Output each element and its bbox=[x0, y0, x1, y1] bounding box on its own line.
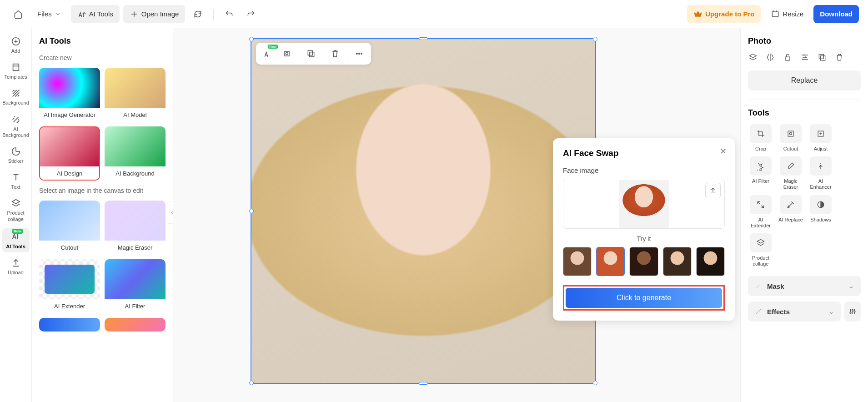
crop-action-icon[interactable] bbox=[278, 45, 296, 62]
resize-handle-tr[interactable] bbox=[593, 37, 597, 41]
more-icon[interactable] bbox=[350, 45, 368, 62]
tool-ai-replace[interactable]: AI Replace bbox=[778, 195, 803, 229]
align-icon[interactable] bbox=[800, 52, 810, 62]
delete-icon[interactable] bbox=[326, 45, 344, 62]
close-icon[interactable]: ✕ bbox=[720, 146, 727, 156]
effects-accordion[interactable]: Effects ⌄ bbox=[748, 302, 841, 322]
upgrade-button[interactable]: Upgrade to Pro bbox=[687, 5, 761, 23]
nav-product-collage[interactable]: Product collage bbox=[2, 196, 30, 225]
panel-title: AI Tools bbox=[39, 36, 166, 46]
svg-rect-0 bbox=[773, 12, 778, 16]
card-ai-background[interactable]: AI Background bbox=[105, 126, 166, 181]
resize-button[interactable]: Resize bbox=[764, 5, 810, 23]
create-new-label: Create new bbox=[39, 54, 166, 61]
mask-accordion[interactable]: Mask ⌄ bbox=[748, 276, 861, 296]
download-label: Download bbox=[820, 10, 853, 18]
selected-face-preview bbox=[619, 180, 669, 228]
tool-ai-extender[interactable]: AI Extender bbox=[748, 195, 773, 229]
upload-face-button[interactable] bbox=[705, 183, 721, 198]
ai-action-icon[interactable]: New bbox=[259, 45, 277, 62]
photo-heading: Photo bbox=[748, 36, 861, 46]
generate-button[interactable]: Click to generate bbox=[566, 288, 722, 308]
resize-handle-l[interactable] bbox=[249, 209, 254, 213]
open-image-button[interactable]: Open Image bbox=[123, 5, 186, 23]
home-icon[interactable] bbox=[9, 5, 27, 23]
tool-product-collage[interactable]: Product collage bbox=[748, 233, 773, 267]
ai-tools-panel: AI Tools Create new AI Image Generator A… bbox=[32, 28, 173, 402]
svg-point-9 bbox=[361, 53, 362, 55]
nav-sticker[interactable]: Sticker bbox=[2, 144, 30, 167]
svg-rect-10 bbox=[785, 57, 790, 60]
svg-rect-3 bbox=[285, 51, 289, 56]
svg-point-19 bbox=[854, 311, 855, 312]
tool-cutout[interactable]: Cutout bbox=[778, 124, 803, 152]
nav-upload[interactable]: Upload bbox=[2, 255, 30, 278]
tools-heading: Tools bbox=[748, 108, 861, 118]
tool-ai-enhancer[interactable]: AI Enhancer bbox=[808, 156, 833, 190]
trash-icon[interactable] bbox=[834, 52, 844, 62]
svg-rect-2 bbox=[13, 64, 19, 71]
popup-title: AI Face Swap bbox=[563, 148, 725, 158]
card-ai-filter[interactable]: AI Filter bbox=[105, 259, 166, 313]
face-swap-popup: AI Face Swap ✕ Face image Try it Click t… bbox=[553, 138, 735, 321]
face-image-label: Face image bbox=[563, 166, 725, 174]
nav-background[interactable]: Background bbox=[2, 85, 30, 109]
upgrade-label: Upgrade to Pro bbox=[705, 10, 754, 18]
svg-rect-11 bbox=[821, 56, 825, 60]
generate-highlight: Click to generate bbox=[563, 285, 725, 311]
resize-handle-tl[interactable] bbox=[249, 37, 254, 41]
effects-settings-icon[interactable] bbox=[844, 302, 861, 322]
tool-ai-filter[interactable]: AI Filter bbox=[748, 156, 773, 190]
tool-adjust[interactable]: Adjust bbox=[808, 124, 833, 152]
face-option-3[interactable] bbox=[629, 247, 658, 276]
tool-magic-eraser[interactable]: Magic Eraser bbox=[778, 156, 803, 190]
download-button[interactable]: Download bbox=[813, 5, 859, 23]
ai-tools-button[interactable]: AI Tools bbox=[71, 5, 120, 23]
svg-point-18 bbox=[852, 310, 853, 311]
card-ai-image-generator[interactable]: AI Image Generator bbox=[39, 68, 100, 122]
open-image-label: Open Image bbox=[141, 10, 179, 18]
face-option-5[interactable] bbox=[696, 247, 725, 276]
resize-handle-t[interactable] bbox=[419, 37, 428, 40]
card-more-1[interactable] bbox=[39, 318, 100, 332]
tool-crop[interactable]: Crop bbox=[748, 124, 773, 152]
right-panel: Photo Replace Tools Crop Cutout Adjust A… bbox=[741, 28, 868, 402]
tool-shadows[interactable]: Shadows bbox=[808, 195, 833, 229]
top-bar: Files AI Tools Open Image Upgrade to Pro… bbox=[0, 0, 868, 28]
nav-ai-tools[interactable]: NewAI Tools bbox=[2, 228, 30, 252]
nav-add[interactable]: Add bbox=[2, 34, 30, 57]
layers-icon[interactable] bbox=[748, 52, 758, 62]
face-options bbox=[563, 247, 725, 276]
card-more-2[interactable] bbox=[105, 318, 166, 332]
flip-icon[interactable] bbox=[765, 52, 775, 62]
undo-icon[interactable] bbox=[220, 5, 238, 23]
lock-icon[interactable] bbox=[783, 52, 793, 62]
face-option-4[interactable] bbox=[663, 247, 692, 276]
files-menu[interactable]: Files bbox=[31, 5, 67, 23]
nav-templates[interactable]: Templates bbox=[2, 60, 30, 83]
card-ai-design[interactable]: AI Design bbox=[39, 126, 100, 181]
face-option-1[interactable] bbox=[563, 247, 592, 276]
nav-ai-background[interactable]: AI Background bbox=[2, 112, 30, 141]
card-magic-eraser[interactable]: Magic Eraser bbox=[105, 201, 166, 255]
replace-button[interactable]: Replace bbox=[748, 70, 861, 90]
redo-icon[interactable] bbox=[242, 5, 260, 23]
card-cutout[interactable]: Cutout bbox=[39, 201, 100, 255]
card-ai-model[interactable]: AI Model bbox=[105, 68, 166, 122]
nav-text[interactable]: Text bbox=[2, 170, 30, 193]
copy-icon[interactable] bbox=[817, 52, 827, 62]
resize-handle-br[interactable] bbox=[593, 381, 597, 385]
canvas[interactable]: New AI Face Swap ✕ Face image Try it bbox=[173, 28, 741, 402]
canvas-image[interactable]: New bbox=[251, 38, 596, 384]
svg-point-14 bbox=[790, 133, 792, 135]
duplicate-icon[interactable] bbox=[302, 45, 320, 62]
svg-rect-5 bbox=[310, 52, 314, 57]
sync-icon[interactable] bbox=[189, 5, 207, 23]
card-ai-extender[interactable]: AI Extender bbox=[39, 259, 100, 313]
face-option-2[interactable] bbox=[596, 247, 625, 276]
chevron-down-icon: ⌄ bbox=[848, 282, 854, 290]
svg-rect-6 bbox=[308, 50, 312, 55]
resize-handle-bl[interactable] bbox=[249, 381, 254, 385]
selection-toolbar: New bbox=[256, 43, 371, 65]
resize-handle-b[interactable] bbox=[419, 382, 428, 385]
